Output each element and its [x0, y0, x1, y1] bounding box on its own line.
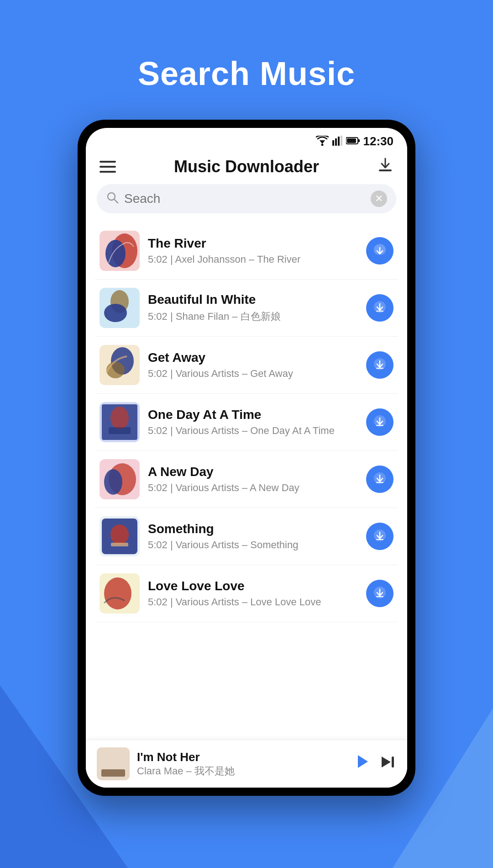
- svg-rect-5: [341, 136, 342, 146]
- download-button[interactable]: [366, 237, 393, 265]
- page-heading: Search Music: [138, 55, 355, 92]
- track-details: Love Love Love 5:02 | Various Artists – …: [148, 579, 358, 608]
- play-button[interactable]: [351, 752, 372, 776]
- status-time: 12:30: [363, 134, 394, 148]
- list-item[interactable]: Something 5:02 | Various Artists – Somet…: [95, 508, 398, 565]
- status-icons: 12:30: [316, 134, 394, 148]
- track-title: One Day At A Time: [148, 408, 358, 422]
- playback-controls: [351, 752, 396, 776]
- svg-rect-55: [392, 757, 394, 767]
- svg-marker-0: [320, 140, 325, 144]
- now-playing-artist: Clara Mae – 我不是她: [137, 764, 344, 778]
- track-title: A New Day: [148, 465, 358, 479]
- download-header-button[interactable]: [377, 157, 393, 177]
- svg-point-34: [104, 469, 122, 495]
- track-details: Get Away 5:02 | Various Artists – Get Aw…: [148, 350, 358, 380]
- track-artwork: [100, 573, 140, 614]
- search-clear-button[interactable]: ✕: [371, 191, 387, 207]
- now-playing-title: I'm Not Her: [137, 750, 344, 764]
- search-bar[interactable]: ✕: [97, 184, 396, 213]
- svg-rect-3: [335, 138, 337, 146]
- hamburger-menu[interactable]: [100, 161, 116, 173]
- track-artwork: [100, 516, 140, 556]
- svg-rect-50: [101, 769, 125, 777]
- skip-button[interactable]: [380, 754, 396, 774]
- svg-point-1: [321, 143, 323, 146]
- track-title: Love Love Love: [148, 579, 358, 593]
- svg-rect-2: [332, 140, 334, 146]
- list-item[interactable]: Love Love Love 5:02 | Various Artists – …: [95, 565, 398, 622]
- track-artwork: [100, 288, 140, 328]
- track-artwork: [100, 402, 140, 442]
- svg-marker-53: [358, 755, 368, 768]
- list-item[interactable]: Beautiful In White 5:02 | Shane Filan – …: [95, 280, 398, 337]
- track-title: Get Away: [148, 350, 358, 365]
- list-item[interactable]: One Day At A Time 5:02 | Various Artists…: [95, 394, 398, 451]
- track-meta: 5:02 | Various Artists – One Day At A Ti…: [148, 425, 358, 437]
- list-item[interactable]: A New Day 5:02 | Various Artists – A New…: [95, 451, 398, 508]
- list-item[interactable]: Get Away 5:02 | Various Artists – Get Aw…: [95, 337, 398, 394]
- svg-rect-8: [347, 138, 356, 143]
- download-button[interactable]: [366, 294, 393, 322]
- download-button[interactable]: [366, 408, 393, 436]
- track-title: The River: [148, 236, 358, 251]
- svg-rect-40: [111, 543, 128, 546]
- svg-line-11: [114, 199, 118, 203]
- svg-marker-54: [382, 757, 391, 767]
- track-details: A New Day 5:02 | Various Artists – A New…: [148, 465, 358, 494]
- download-button[interactable]: [366, 466, 393, 493]
- svg-rect-4: [338, 137, 340, 146]
- svg-rect-7: [358, 139, 360, 142]
- battery-icon: [346, 137, 360, 147]
- wifi-icon: [316, 136, 329, 148]
- track-details: Beautiful In White 5:02 | Shane Filan – …: [148, 292, 358, 323]
- track-details: One Day At A Time 5:02 | Various Artists…: [148, 408, 358, 437]
- svg-rect-29: [109, 427, 131, 434]
- svg-point-23: [106, 362, 125, 378]
- phone-frame: 12:30 Music Downloader: [78, 120, 415, 796]
- track-meta: 5:02 | Axel Johansson – The River: [148, 254, 358, 265]
- track-meta: 5:02 | Various Artists – Get Away: [148, 368, 358, 380]
- app-title: Music Downloader: [174, 157, 319, 176]
- signal-icon: [332, 136, 342, 148]
- now-playing-artwork: [97, 747, 130, 780]
- svg-point-17: [104, 304, 127, 322]
- track-artwork: [100, 345, 140, 385]
- list-item[interactable]: The River 5:02 | Axel Johansson – The Ri…: [95, 222, 398, 280]
- svg-rect-9: [379, 169, 392, 171]
- download-button[interactable]: [366, 523, 393, 550]
- track-meta: 5:02 | Various Artists – A New Day: [148, 482, 358, 494]
- track-meta: 5:02 | Shane Filan – 白色新娘: [148, 310, 358, 323]
- track-artwork: [100, 459, 140, 499]
- track-list: The River 5:02 | Axel Johansson – The Ri…: [86, 222, 407, 740]
- track-details: Something 5:02 | Various Artists – Somet…: [148, 522, 358, 551]
- app-header: Music Downloader: [86, 152, 407, 184]
- search-input[interactable]: [124, 191, 365, 206]
- svg-point-39: [110, 524, 129, 545]
- download-button[interactable]: [366, 351, 393, 379]
- search-icon: [106, 191, 119, 207]
- download-button[interactable]: [366, 580, 393, 607]
- track-details: The River 5:02 | Axel Johansson – The Ri…: [148, 236, 358, 265]
- track-title: Something: [148, 522, 358, 536]
- now-playing-bar[interactable]: I'm Not Her Clara Mae – 我不是她: [86, 740, 407, 788]
- track-title: Beautiful In White: [148, 292, 358, 307]
- phone-screen: 12:30 Music Downloader: [86, 128, 407, 788]
- track-meta: 5:02 | Various Artists – Something: [148, 539, 358, 551]
- status-bar: 12:30: [86, 128, 407, 152]
- now-playing-info: I'm Not Her Clara Mae – 我不是她: [137, 750, 344, 778]
- svg-point-44: [104, 577, 131, 609]
- track-artwork: [100, 231, 140, 271]
- track-meta: 5:02 | Various Artists – Love Love Love: [148, 596, 358, 608]
- svg-point-28: [110, 407, 129, 429]
